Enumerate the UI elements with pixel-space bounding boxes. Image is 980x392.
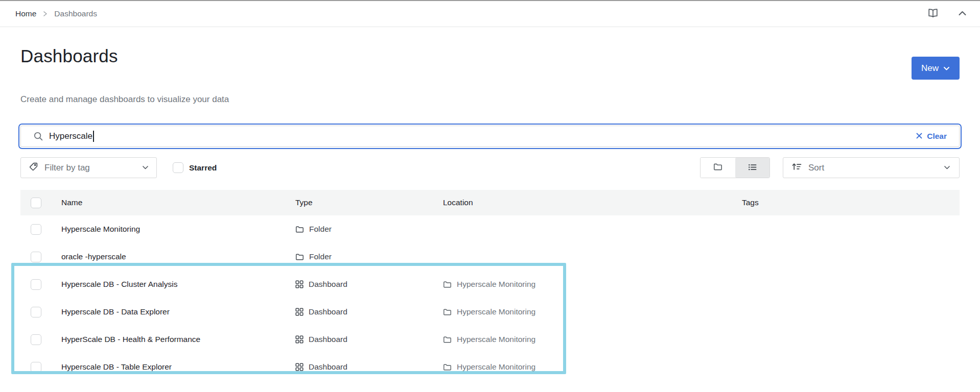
row-checkbox[interactable] <box>31 279 41 290</box>
row-name-link[interactable]: HyperScale DB - Health & Performance <box>61 335 200 344</box>
clear-search-label: Clear <box>927 132 947 141</box>
column-header-location[interactable]: Location <box>443 198 742 207</box>
row-type: Dashboard <box>295 362 443 372</box>
row-location-label: Hyperscale Monitoring <box>457 335 535 344</box>
row-name-link[interactable]: Hyperscale DB - Table Explorer <box>61 362 172 371</box>
row-type-label: Folder <box>309 252 332 261</box>
starred-checkbox[interactable] <box>173 162 183 173</box>
folder-icon <box>443 308 452 316</box>
folder-icon <box>295 253 304 261</box>
search-input-value: Hyperscale <box>49 131 92 141</box>
row-type-label: Dashboard <box>309 335 347 344</box>
row-location-label: Hyperscale Monitoring <box>457 307 535 316</box>
dashboards-table: Name Type Location Tags Hyperscale Monit… <box>20 190 960 381</box>
table-row: Hyperscale DB - Cluster Analysis Dashboa… <box>20 271 960 298</box>
sort-amount-icon <box>792 162 802 173</box>
row-location-label: Hyperscale Monitoring <box>457 362 535 372</box>
row-location[interactable]: Hyperscale Monitoring <box>443 280 742 289</box>
chevron-down-icon <box>943 63 950 74</box>
folder-icon <box>443 281 452 288</box>
row-type-label: Dashboard <box>309 307 347 316</box>
page-subtitle: Create and manage dashboards to visualiz… <box>20 94 960 105</box>
select-all-checkbox[interactable] <box>31 198 41 208</box>
chevron-down-icon <box>142 165 149 170</box>
table-row: Hyperscale Monitoring Folder <box>20 215 960 243</box>
row-type-label: Folder <box>309 225 332 234</box>
row-type: Dashboard <box>295 280 443 289</box>
filter-bar: Filter by tag Starred <box>20 157 960 178</box>
text-cursor <box>93 131 94 142</box>
row-type: Dashboard <box>295 307 443 316</box>
row-checkbox[interactable] <box>31 224 41 235</box>
row-checkbox[interactable] <box>31 307 41 317</box>
column-header-type[interactable]: Type <box>295 198 443 207</box>
apps-grid-icon <box>295 308 304 316</box>
x-icon <box>916 132 922 141</box>
list-view-button[interactable] <box>735 158 770 178</box>
apps-grid-icon <box>295 280 304 288</box>
starred-label: Starred <box>189 163 217 173</box>
row-name-link[interactable]: Hyperscale DB - Data Explorer <box>61 307 170 316</box>
folder-icon <box>443 336 452 344</box>
chevron-down-icon <box>944 165 950 170</box>
folder-view-button[interactable] <box>701 158 735 178</box>
row-name-link[interactable]: oracle -hyperscale <box>61 252 126 261</box>
breadcrumb-home-link[interactable]: Home <box>15 9 36 18</box>
page-title: Dashboards <box>20 46 118 66</box>
column-header-tags[interactable]: Tags <box>742 198 960 207</box>
apps-grid-icon <box>295 335 304 344</box>
docs-button[interactable] <box>925 6 941 22</box>
row-location[interactable]: Hyperscale Monitoring <box>443 335 742 344</box>
tag-filter-select[interactable]: Filter by tag <box>20 157 157 178</box>
apps-grid-icon <box>295 363 304 371</box>
row-location[interactable]: Hyperscale Monitoring <box>443 307 742 316</box>
table-row: Hyperscale DB - Data Explorer Dashboard … <box>20 298 960 326</box>
search-input[interactable]: Hyperscale Clear <box>20 126 960 147</box>
tag-icon <box>29 162 38 174</box>
breadcrumb: Home Dashboards <box>15 9 97 18</box>
column-header-name[interactable]: Name <box>51 198 295 207</box>
row-type-label: Dashboard <box>309 362 347 372</box>
row-checkbox[interactable] <box>31 334 41 345</box>
starred-filter[interactable]: Starred <box>173 162 217 173</box>
folder-icon <box>713 163 722 173</box>
chevron-up-icon <box>958 10 967 18</box>
breadcrumb-current: Dashboards <box>54 9 97 18</box>
row-name-link[interactable]: Hyperscale DB - Cluster Analysis <box>61 280 177 288</box>
row-type: Folder <box>295 252 443 261</box>
sort-label: Sort <box>808 163 937 173</box>
view-mode-toggle <box>700 157 770 178</box>
list-icon <box>748 163 757 173</box>
collapse-topbar-button[interactable] <box>956 8 969 20</box>
new-button-label: New <box>921 63 939 74</box>
sort-select[interactable]: Sort <box>783 157 960 178</box>
table-header-row: Name Type Location Tags <box>20 190 960 215</box>
dashboards-page: Dashboards New Create and manage dashboa… <box>0 46 980 381</box>
row-type-label: Dashboard <box>309 280 347 289</box>
clear-search-button[interactable]: Clear <box>913 131 950 141</box>
search-icon <box>33 131 43 141</box>
row-checkbox[interactable] <box>31 362 41 373</box>
row-name-link[interactable]: Hyperscale Monitoring <box>61 225 140 233</box>
table-row: oracle -hyperscale Folder <box>20 243 960 271</box>
row-type: Dashboard <box>295 335 443 344</box>
page-head: Dashboards New <box>20 46 960 80</box>
book-icon <box>927 8 939 20</box>
row-checkbox[interactable] <box>31 252 41 262</box>
table-body: Hyperscale Monitoring Folder oracle -hyp… <box>20 215 960 381</box>
new-button[interactable]: New <box>912 57 960 80</box>
folder-icon <box>443 363 452 371</box>
table-row: Hyperscale DB - Table Explorer Dashboard… <box>20 353 960 381</box>
row-location-label: Hyperscale Monitoring <box>457 280 535 289</box>
row-type: Folder <box>295 225 443 234</box>
row-location[interactable]: Hyperscale Monitoring <box>443 362 742 372</box>
chevron-right-icon <box>43 11 48 17</box>
table-row: HyperScale DB - Health & Performance Das… <box>20 326 960 353</box>
folder-icon <box>295 226 304 233</box>
topbar-actions <box>925 6 969 22</box>
breadcrumb-bar: Home Dashboards <box>0 1 980 27</box>
tag-filter-label: Filter by tag <box>44 163 136 173</box>
